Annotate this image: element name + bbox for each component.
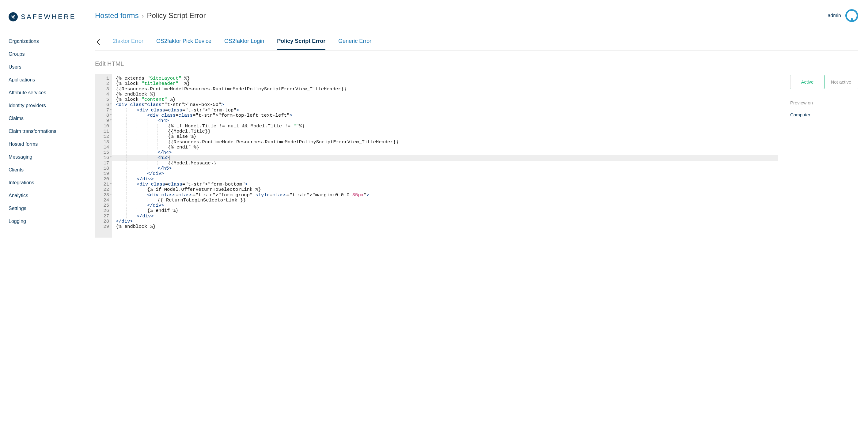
tab-os2faktor-login[interactable]: OS2faktor Login: [224, 38, 264, 50]
preview-label: Preview on: [790, 100, 858, 105]
tab-policy-script-error[interactable]: Policy Script Error: [277, 38, 326, 50]
sidebar-nav: Organizations Groups Users Applications …: [8, 39, 83, 224]
sidebar: SAFEWHERE Organizations Groups Users App…: [0, 0, 83, 432]
preview-computer-link[interactable]: Computer: [790, 112, 810, 118]
sidebar-item-analytics[interactable]: Analytics: [8, 193, 83, 198]
page-header: Hosted forms › Policy Script Error admin: [95, 9, 858, 22]
toggle-active-button[interactable]: Active: [790, 75, 825, 89]
sidebar-item-organizations[interactable]: Organizations: [8, 39, 83, 44]
main-content: Hosted forms › Policy Script Error admin…: [83, 0, 868, 432]
sidebar-item-hosted-forms[interactable]: Hosted forms: [8, 141, 83, 147]
sidebar-item-messaging[interactable]: Messaging: [8, 154, 83, 160]
editor-gutter: 1234567891011121314151617181920212223242…: [95, 74, 112, 238]
brand-logo[interactable]: SAFEWHERE: [8, 12, 83, 22]
sidebar-item-clients[interactable]: Clients: [8, 167, 83, 173]
sidebar-item-claim-transformations[interactable]: Claim transformations: [8, 129, 83, 134]
sidebar-item-applications[interactable]: Applications: [8, 77, 83, 83]
brand-name: SAFEWHERE: [21, 13, 76, 21]
toggle-not-active-button[interactable]: Not active: [824, 75, 858, 89]
right-rail: Active Not active Preview on Computer: [790, 74, 858, 118]
editor-code[interactable]: {% extends "SiteLayout" %}{% block "titl…: [112, 74, 778, 238]
sidebar-item-users[interactable]: Users: [8, 64, 83, 70]
power-icon: [845, 9, 858, 22]
chevron-right-icon: ›: [142, 12, 144, 19]
sidebar-item-settings[interactable]: Settings: [8, 206, 83, 211]
sidebar-item-identity-providers[interactable]: Identity providers: [8, 103, 83, 108]
sidebar-item-logging[interactable]: Logging: [8, 219, 83, 224]
sidebar-item-attribute-services[interactable]: Attribute services: [8, 90, 83, 96]
breadcrumb-root[interactable]: Hosted forms: [95, 11, 139, 20]
sidebar-item-integrations[interactable]: Integrations: [8, 180, 83, 186]
user-menu[interactable]: admin: [828, 9, 858, 22]
user-name: admin: [828, 13, 841, 19]
tab-generic-error[interactable]: Generic Error: [338, 38, 371, 50]
code-editor[interactable]: 1234567891011121314151617181920212223242…: [95, 74, 778, 238]
chevron-left-icon[interactable]: [95, 39, 102, 49]
tabs: 2faktor Error OS2faktor Pick Device OS2f…: [95, 38, 858, 51]
active-toggle: Active Not active: [790, 75, 858, 89]
breadcrumb: Hosted forms › Policy Script Error: [95, 11, 206, 20]
breadcrumb-current: Policy Script Error: [147, 11, 206, 20]
sidebar-item-groups[interactable]: Groups: [8, 52, 83, 57]
tab-os2faktor-pick-device[interactable]: OS2faktor Pick Device: [156, 38, 211, 50]
section-title: Edit HTML: [95, 60, 858, 67]
tab-2faktor-error[interactable]: 2faktor Error: [113, 38, 144, 50]
sidebar-item-claims[interactable]: Claims: [8, 116, 83, 121]
brand-icon: [8, 12, 18, 22]
